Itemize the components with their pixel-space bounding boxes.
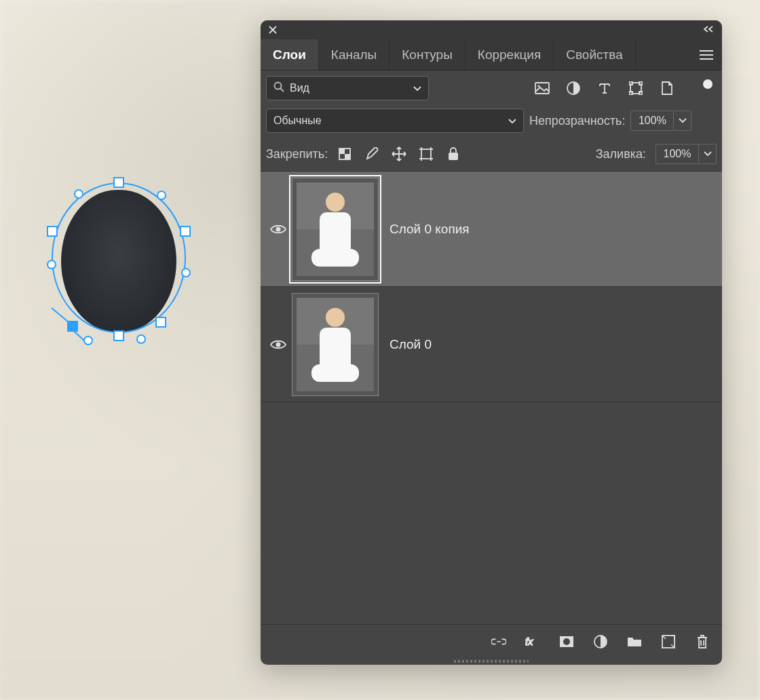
lock-artboard-icon[interactable]: [419, 147, 434, 161]
resize-grip[interactable]: [261, 658, 722, 665]
canvas-button-subject: [61, 190, 176, 332]
fill-label: Заливка:: [596, 147, 646, 161]
layer-name[interactable]: Слой 0 копия: [390, 222, 470, 237]
panel-tabs: Слои Каналы Контуры Коррекция Свойства: [261, 39, 722, 71]
link-layers-icon[interactable]: [491, 634, 506, 649]
layer-row[interactable]: Слой 0 копия: [261, 172, 722, 287]
svg-point-43: [276, 342, 281, 347]
tab-paths[interactable]: Контуры: [390, 39, 466, 70]
filter-toggle[interactable]: [703, 79, 712, 89]
lock-row: Закрепить: Заливка: 100%: [261, 138, 722, 172]
layers-bottom-bar: fx: [261, 624, 722, 658]
panel-menu-icon[interactable]: [691, 39, 722, 70]
blend-row: Обычные Непрозрачность: 100%: [261, 106, 722, 138]
opacity-label: Непрозрачность:: [529, 114, 625, 128]
close-icon[interactable]: [266, 23, 280, 37]
lock-pixels-icon[interactable]: [364, 147, 379, 161]
layer-thumbnail[interactable]: [292, 178, 379, 281]
lock-position-icon[interactable]: [392, 147, 406, 161]
layers-panel: Слои Каналы Контуры Коррекция Свойства В…: [261, 20, 722, 665]
filter-type-label: Вид: [290, 82, 309, 94]
opacity-field[interactable]: 100%: [630, 111, 674, 131]
filter-adjust-icon[interactable]: [566, 81, 581, 96]
svg-point-18: [537, 85, 539, 87]
filter-shape-icon[interactable]: [628, 81, 643, 96]
layer-row[interactable]: Слой 0: [261, 287, 722, 402]
tab-adjustments[interactable]: Коррекция: [466, 39, 554, 70]
search-icon: [273, 81, 284, 95]
svg-point-15: [275, 83, 282, 90]
panel-header: [261, 20, 722, 39]
visibility-toggle[interactable]: [265, 339, 292, 350]
svg-text:fx: fx: [525, 636, 533, 646]
svg-rect-17: [535, 83, 549, 94]
lock-all-icon[interactable]: [446, 147, 461, 161]
tab-channels[interactable]: Каналы: [319, 39, 390, 70]
filter-type-icon[interactable]: [597, 81, 612, 96]
filter-row: Вид: [261, 71, 722, 106]
new-layer-icon[interactable]: [661, 634, 676, 649]
adjustment-layer-icon[interactable]: [593, 634, 608, 649]
svg-point-42: [276, 227, 281, 231]
delete-layer-icon[interactable]: [695, 634, 710, 649]
chevron-down-icon: [413, 82, 421, 94]
svg-rect-32: [421, 149, 431, 159]
eye-icon: [270, 224, 286, 235]
eye-icon: [270, 339, 286, 350]
layer-mask-icon[interactable]: [559, 634, 574, 649]
visibility-toggle[interactable]: [265, 224, 292, 235]
layers-list: Слой 0 копия Слой 0: [261, 172, 722, 624]
blend-mode-label: Обычные: [273, 115, 322, 127]
tab-label: Каналы: [331, 47, 377, 62]
lock-label: Закрепить:: [266, 147, 328, 161]
svg-rect-31: [345, 154, 350, 159]
layer-name[interactable]: Слой 0: [390, 337, 432, 352]
collapse-icon[interactable]: [703, 24, 717, 35]
svg-point-46: [563, 638, 570, 645]
fill-field[interactable]: 100%: [656, 144, 699, 164]
fill-value: 100%: [664, 148, 691, 160]
filter-type-select[interactable]: Вид: [266, 76, 429, 100]
svg-rect-41: [449, 153, 458, 160]
filter-smart-icon[interactable]: [660, 81, 674, 96]
tab-label: Слои: [273, 47, 306, 62]
svg-line-16: [281, 89, 284, 92]
layer-fx-icon[interactable]: fx: [525, 634, 540, 649]
tab-label: Коррекция: [478, 47, 541, 62]
new-group-icon[interactable]: [627, 634, 642, 649]
opacity-value: 100%: [639, 115, 666, 127]
layer-thumbnail[interactable]: [292, 293, 379, 396]
tab-layers[interactable]: Слои: [261, 39, 319, 70]
filter-pixel-icon[interactable]: [535, 81, 550, 96]
tab-properties[interactable]: Свойства: [554, 39, 635, 70]
lock-transparency-icon[interactable]: [337, 147, 352, 161]
fill-stepper[interactable]: [699, 144, 717, 164]
tab-label: Контуры: [402, 47, 453, 62]
tab-label: Свойства: [566, 47, 622, 62]
chevron-down-icon: [508, 115, 516, 127]
opacity-stepper[interactable]: [674, 111, 691, 131]
blend-mode-select[interactable]: Обычные: [266, 109, 524, 133]
svg-rect-30: [339, 149, 345, 154]
